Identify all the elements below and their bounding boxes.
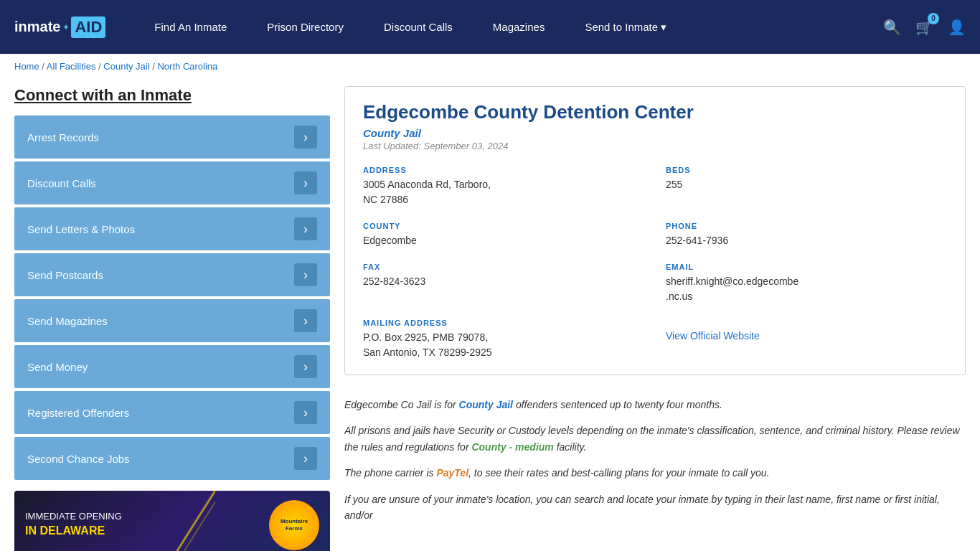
info-mailing: MAILING ADDRESS P.O. Box 2925, PMB 79078… xyxy=(363,319,644,360)
sidebar-item-discount-calls[interactable]: Discount Calls › xyxy=(14,161,330,204)
desc-para4: If you are unsure of your inmate's locat… xyxy=(344,491,966,524)
sidebar-title: Connect with an Inmate xyxy=(14,86,330,105)
sidebar-menu: Arrest Records › Discount Calls › Send L… xyxy=(14,116,330,480)
desc-para1: Edgecombe Co Jail is for County Jail off… xyxy=(344,397,966,413)
header-icons: 🔍 🛒 0 👤 xyxy=(883,19,966,36)
info-grid: ADDRESS 3005 Anaconda Rd, Tarboro,NC 278… xyxy=(363,166,947,360)
arrow-icon: › xyxy=(294,401,317,424)
sidebar-item-send-postcards[interactable]: Send Postcards › xyxy=(14,253,330,296)
ad-line2: IN DELAWARE xyxy=(25,523,122,539)
logo-bird-icon: ✦ xyxy=(62,22,70,32)
header: inmate ✦ AID Find An Inmate Prison Direc… xyxy=(0,0,980,54)
sidebar-item-label: Second Chance Jobs xyxy=(27,453,130,465)
info-fax: FAX 252-824-3623 xyxy=(363,263,644,304)
facility-name: Edgecombe County Detention Center xyxy=(363,101,947,123)
cart-icon[interactable]: 🛒 0 xyxy=(915,19,933,36)
sidebar-item-label: Send Magazines xyxy=(27,315,108,327)
breadcrumb: Home / All Facilities / County Jail / No… xyxy=(0,54,980,79)
desc-para2: All prisons and jails have Security or C… xyxy=(344,423,966,455)
address-value: 3005 Anaconda Rd, Tarboro,NC 27886 xyxy=(363,177,644,207)
logo[interactable]: inmate ✦ AID xyxy=(14,17,105,38)
info-email: EMAIL sheriff.knight@co.edgecombe.nc.us xyxy=(666,263,947,304)
nav-magazines[interactable]: Magazines xyxy=(473,0,565,54)
nav-discount-calls[interactable]: Discount Calls xyxy=(364,0,473,54)
sidebar-item-label: Send Letters & Photos xyxy=(27,223,135,235)
paytel-link[interactable]: PayTel xyxy=(436,467,468,479)
ad-line1: IMMEDIATE OPENING xyxy=(25,510,122,523)
facility-updated: Last Updated: September 03, 2024 xyxy=(363,141,947,151)
arrow-icon: › xyxy=(294,447,317,470)
sidebar-item-label: Send Postcards xyxy=(27,269,103,281)
logo-aid-text: AID xyxy=(71,17,105,38)
nav-find-inmate[interactable]: Find An Inmate xyxy=(134,0,247,54)
sidebar-item-registered-offenders[interactable]: Registered Offenders › xyxy=(14,391,330,434)
beds-label: BEDS xyxy=(666,166,947,174)
phone-value: 252-641-7936 xyxy=(666,233,947,248)
sidebar: Connect with an Inmate Arrest Records › … xyxy=(14,86,330,551)
mailing-value: P.O. Box 2925, PMB 79078,San Antonio, TX… xyxy=(363,330,644,360)
info-county: COUNTY Edgecombe xyxy=(363,222,644,248)
county-jail-link[interactable]: County Jail xyxy=(459,399,513,410)
county-label: COUNTY xyxy=(363,222,644,230)
phone-label: PHONE xyxy=(666,222,947,230)
user-icon[interactable]: 👤 xyxy=(948,19,966,36)
breadcrumb-all-facilities[interactable]: All Facilities xyxy=(47,61,96,72)
email-value: sheriff.knight@co.edgecombe.nc.us xyxy=(666,274,947,304)
breadcrumb-county-jail[interactable]: County Jail xyxy=(103,61,149,72)
sidebar-item-send-magazines[interactable]: Send Magazines › xyxy=(14,299,330,342)
breadcrumb-north-carolina[interactable]: North Carolina xyxy=(157,61,217,72)
info-phone: PHONE 252-641-7936 xyxy=(666,222,947,248)
ad-text: IMMEDIATE OPENING IN DELAWARE xyxy=(25,510,122,540)
description-section: Edgecombe Co Jail is for County Jail off… xyxy=(344,390,966,540)
arrow-icon: › xyxy=(294,126,317,149)
facility-type: County Jail xyxy=(363,127,947,139)
sidebar-item-label: Discount Calls xyxy=(27,177,96,189)
mailing-label: MAILING ADDRESS xyxy=(363,319,644,327)
info-address: ADDRESS 3005 Anaconda Rd, Tarboro,NC 278… xyxy=(363,166,644,207)
sidebar-item-send-money[interactable]: Send Money › xyxy=(14,345,330,388)
beds-value: 255 xyxy=(666,177,947,192)
nav-prison-directory[interactable]: Prison Directory xyxy=(247,0,364,54)
cart-badge: 0 xyxy=(928,13,939,24)
address-label: ADDRESS xyxy=(363,166,644,174)
email-label: EMAIL xyxy=(666,263,947,271)
breadcrumb-home[interactable]: Home xyxy=(14,61,39,72)
content-area: Edgecombe County Detention Center County… xyxy=(344,86,966,540)
arrow-icon: › xyxy=(294,263,317,286)
search-icon[interactable]: 🔍 xyxy=(883,19,901,36)
arrow-icon: › xyxy=(294,309,317,332)
county-value: Edgecombe xyxy=(363,233,644,248)
view-official-website-link[interactable]: View Official Website xyxy=(666,330,760,342)
info-beds: BEDS 255 xyxy=(666,166,947,207)
info-website: LINK View Official Website xyxy=(666,319,947,360)
arrow-icon: › xyxy=(294,171,317,194)
sidebar-item-label: Arrest Records xyxy=(27,131,99,143)
main-nav: Find An Inmate Prison Directory Discount… xyxy=(134,0,883,54)
sidebar-item-arrest-records[interactable]: Arrest Records › xyxy=(14,116,330,159)
sidebar-item-label: Send Money xyxy=(27,361,88,373)
main-content: Connect with an Inmate Arrest Records › … xyxy=(0,79,980,551)
nav-send-to-inmate[interactable]: Send to Inmate ▾ xyxy=(565,0,687,54)
sidebar-item-label: Registered Offenders xyxy=(27,407,129,419)
sidebar-item-second-chance-jobs[interactable]: Second Chance Jobs › xyxy=(14,437,330,480)
sidebar-ad[interactable]: IMMEDIATE OPENING IN DELAWARE MountaireF… xyxy=(14,491,330,551)
desc-para3: The phone carrier is PayTel, to see thei… xyxy=(344,465,966,481)
facility-card: Edgecombe County Detention Center County… xyxy=(344,86,966,375)
fax-value: 252-824-3623 xyxy=(363,274,644,289)
logo-inmate-text: inmate xyxy=(14,19,60,35)
sidebar-item-send-letters[interactable]: Send Letters & Photos › xyxy=(14,207,330,250)
ad-logo: MountaireFarms xyxy=(269,500,319,550)
arrow-icon: › xyxy=(294,355,317,378)
county-medium-link[interactable]: County - medium xyxy=(471,441,553,453)
fax-label: FAX xyxy=(363,263,644,271)
arrow-icon: › xyxy=(294,217,317,240)
